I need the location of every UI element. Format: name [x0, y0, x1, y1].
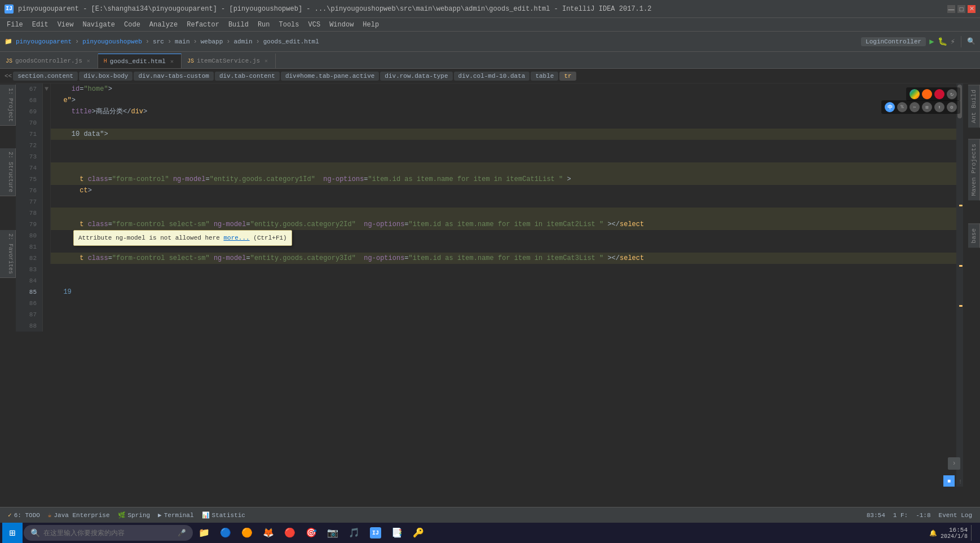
- right-vertical-tabs: Ant Build Maven Projects base: [968, 85, 980, 248]
- taskbar-music[interactable]: 🎵: [344, 524, 364, 542]
- menu-item-window[interactable]: Window: [325, 20, 358, 30]
- title-bar: IJ pinyougouparent - [E:\shanghai34\piny…: [0, 0, 980, 18]
- taskbar-notification[interactable]: 🔔: [929, 529, 937, 537]
- path-div-row[interactable]: div.row.data-type: [380, 72, 452, 81]
- terminal-status[interactable]: ▶ Terminal: [154, 510, 197, 520]
- vtab-project[interactable]: 1: Project: [0, 85, 16, 126]
- run-button[interactable]: ▶: [929, 37, 934, 46]
- spring-status[interactable]: 🌿 Spring: [114, 510, 154, 520]
- line-74: 74: [18, 162, 40, 174]
- editor-area[interactable]: 67 68 69 70 71 72 73 74 75 76 77 78 79 8…: [16, 83, 963, 487]
- search-everywhere-button[interactable]: 🔍: [967, 37, 975, 46]
- line-77: 77: [18, 196, 40, 208]
- minimize-button[interactable]: —: [947, 5, 955, 13]
- taskbar-app3[interactable]: 🔑: [408, 524, 429, 542]
- menu-item-tools[interactable]: Tools: [275, 20, 304, 30]
- tab-goods-edit[interactable]: H goods_edit.html ✕: [98, 54, 182, 68]
- taskbar-file-explorer[interactable]: 📁: [194, 524, 214, 542]
- todo-status[interactable]: ✓ 6: TODO: [5, 510, 43, 520]
- tab-goodscontroller-close[interactable]: ✕: [85, 58, 92, 64]
- taskbar-camera[interactable]: 📷: [323, 524, 343, 542]
- taskbar-app2[interactable]: 🎯: [301, 524, 321, 542]
- vtab-maven[interactable]: Maven Projects: [968, 139, 980, 200]
- tab-goods-edit-close[interactable]: ✕: [169, 58, 175, 65]
- editor-action-dots[interactable]: ⋮: [957, 475, 963, 487]
- tool6-icon[interactable]: ⚙: [947, 102, 957, 112]
- start-button[interactable]: ⊞: [2, 523, 23, 543]
- path-tr[interactable]: tr: [559, 72, 576, 81]
- reload-icon[interactable]: ↻: [947, 89, 957, 99]
- path-div-nav-tabs[interactable]: div.nav-tabs-custom: [134, 72, 213, 81]
- firefox-icon[interactable]: [922, 89, 932, 99]
- fold-70-blank: [43, 117, 50, 129]
- event-log-status[interactable]: Event Log: [935, 511, 975, 520]
- statistic-status[interactable]: 📊 Statistic: [198, 510, 249, 520]
- search-input[interactable]: [43, 529, 174, 537]
- file-info-text: 1 F:: [893, 512, 908, 519]
- menu-item-vcs[interactable]: VCS: [304, 20, 325, 30]
- menu-item-build[interactable]: Build: [224, 20, 253, 30]
- menu-item-view[interactable]: View: [53, 20, 78, 30]
- path-div-home[interactable]: div#home.tab-pane.active: [281, 72, 379, 81]
- taskbar: ⊞ 🔍 🎤 📁 🔵 🟠 🦊 🔴 🎯 📷 🎵 IJ 📑 🔑 🔔 1: [0, 523, 980, 543]
- toolbar-project[interactable]: 📁: [5, 38, 12, 45]
- taskbar-intellij[interactable]: IJ: [365, 524, 386, 542]
- vtab-favorites[interactable]: 2: Favorites: [0, 230, 16, 278]
- cn-icon[interactable]: 中: [885, 102, 895, 112]
- run-config-selector[interactable]: LoginController: [861, 37, 926, 46]
- opera-icon[interactable]: [934, 89, 944, 99]
- debug-button[interactable]: 🐛: [938, 37, 947, 46]
- fold-btn-67[interactable]: ▼: [43, 83, 50, 95]
- tab-itemcatservice-close[interactable]: ✕: [263, 58, 270, 64]
- line-87: 87: [18, 309, 40, 320]
- tool3-icon[interactable]: ✂: [910, 102, 920, 112]
- tool2-icon[interactable]: %: [897, 102, 907, 112]
- search-bar[interactable]: 🔍 🎤: [24, 525, 193, 541]
- path-section-content[interactable]: section.content: [13, 72, 78, 81]
- taskbar-app1[interactable]: 🔴: [280, 524, 300, 542]
- menu-item-analyze[interactable]: Analyze: [145, 20, 182, 30]
- editor-action-button[interactable]: ■: [943, 475, 955, 487]
- toolbar-admin: admin: [234, 38, 253, 45]
- right-arrow-button[interactable]: ›: [948, 457, 960, 470]
- taskbar-pdf[interactable]: 📑: [387, 524, 407, 542]
- tooltip-link[interactable]: more...: [223, 235, 249, 241]
- taskbar-show-desktop[interactable]: [971, 525, 973, 541]
- scroll-bar[interactable]: [956, 83, 963, 487]
- window-title: pinyougouparent - [E:\shanghai34\pinyoug…: [18, 5, 947, 13]
- taskbar-time-date[interactable]: 16:54 2024/1/8: [941, 527, 968, 540]
- menu-item-file[interactable]: File: [2, 20, 28, 30]
- mic-icon[interactable]: 🎤: [178, 529, 186, 537]
- vtab-ant-build[interactable]: Ant Build: [968, 85, 980, 127]
- code-content[interactable]: id="home"> e"> title>商品分类</div> 10 data"…: [51, 83, 956, 487]
- path-back-button[interactable]: <<: [5, 73, 12, 80]
- intellij-taskbar-icon: IJ: [370, 527, 381, 538]
- tool4-icon[interactable]: ⊞: [922, 102, 932, 112]
- vtab-structure[interactable]: 2: Structure: [0, 148, 16, 196]
- tab-goodscontroller[interactable]: JS goodsController.js ✕: [0, 54, 98, 68]
- menu-item-refactor[interactable]: Refactor: [182, 20, 224, 30]
- menu-item-code[interactable]: Code: [120, 20, 145, 30]
- menu-item-edit[interactable]: Edit: [28, 20, 53, 30]
- menu-item-navigate[interactable]: Navigate: [78, 20, 120, 30]
- path-div-col[interactable]: div.col-md-10.data: [454, 72, 530, 81]
- path-div-tab-content[interactable]: div.tab-content: [215, 72, 280, 81]
- taskbar-firefox[interactable]: 🦊: [258, 524, 279, 542]
- close-button[interactable]: ✕: [968, 5, 975, 13]
- spring-icon: 🌿: [118, 511, 126, 519]
- menu-item-help[interactable]: Help: [358, 20, 383, 30]
- coverage-button[interactable]: ⚡: [951, 37, 955, 46]
- path-div-box-body[interactable]: div.box-body: [79, 72, 133, 81]
- tool5-icon[interactable]: ⬆: [934, 102, 944, 112]
- fold-71-blank: [43, 129, 50, 140]
- chrome-icon[interactable]: [910, 89, 920, 99]
- vtab-base[interactable]: base: [968, 223, 980, 248]
- maximize-button[interactable]: □: [957, 5, 965, 13]
- menu-item-run[interactable]: Run: [253, 20, 275, 30]
- toolbar: 📁 pinyougouparent › pinyougoushopweb › s…: [0, 32, 980, 52]
- tab-itemcatservice[interactable]: JS itemCatService.js ✕: [182, 54, 276, 68]
- path-table[interactable]: table: [531, 72, 558, 81]
- taskbar-edge[interactable]: 🔵: [215, 524, 236, 542]
- java-enterprise-status[interactable]: ☕ Java Enterprise: [45, 510, 113, 520]
- taskbar-chrome[interactable]: 🟠: [237, 524, 257, 542]
